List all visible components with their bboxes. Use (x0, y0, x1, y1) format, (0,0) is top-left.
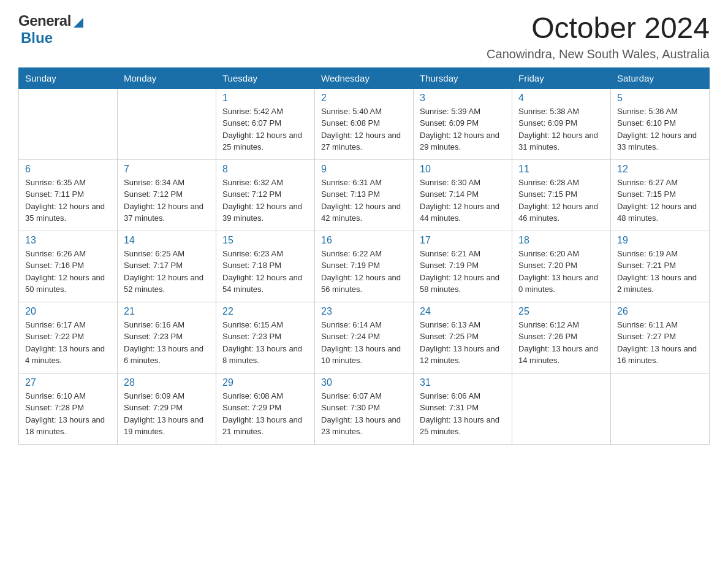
day-info: Sunrise: 6:20 AMSunset: 7:20 PMDaylight:… (518, 248, 604, 296)
day-number: 18 (518, 235, 604, 246)
day-number: 16 (321, 235, 407, 246)
logo: General Blue (18, 12, 83, 47)
day-info: Sunrise: 6:35 AMSunset: 7:11 PMDaylight:… (25, 177, 111, 224)
calendar-week-row: 20Sunrise: 6:17 AMSunset: 7:22 PMDayligh… (19, 302, 710, 373)
day-info: Sunrise: 6:12 AMSunset: 7:26 PMDaylight:… (518, 319, 604, 367)
table-row: 19Sunrise: 6:19 AMSunset: 7:21 PMDayligh… (611, 231, 710, 302)
table-row: 28Sunrise: 6:09 AMSunset: 7:29 PMDayligh… (118, 373, 216, 444)
day-info: Sunrise: 6:23 AMSunset: 7:18 PMDaylight:… (222, 248, 308, 296)
day-number: 1 (222, 93, 308, 104)
day-info: Sunrise: 6:17 AMSunset: 7:22 PMDaylight:… (25, 319, 111, 367)
day-number: 30 (321, 377, 407, 388)
logo-blue-text: Blue (21, 29, 53, 47)
table-row: 4Sunrise: 5:38 AMSunset: 6:09 PMDaylight… (512, 88, 611, 159)
table-row: 26Sunrise: 6:11 AMSunset: 7:27 PMDayligh… (611, 302, 710, 373)
table-row: 23Sunrise: 6:14 AMSunset: 7:24 PMDayligh… (315, 302, 414, 373)
table-row: 11Sunrise: 6:28 AMSunset: 7:15 PMDayligh… (512, 159, 611, 231)
table-row: 21Sunrise: 6:16 AMSunset: 7:23 PMDayligh… (118, 302, 216, 373)
day-number: 25 (518, 306, 604, 317)
header-thursday: Thursday (414, 67, 512, 88)
day-info: Sunrise: 6:15 AMSunset: 7:23 PMDaylight:… (222, 319, 308, 367)
table-row: 30Sunrise: 6:07 AMSunset: 7:30 PMDayligh… (315, 373, 414, 444)
day-info: Sunrise: 6:08 AMSunset: 7:29 PMDaylight:… (222, 390, 308, 438)
day-number: 26 (617, 306, 703, 317)
table-row: 27Sunrise: 6:10 AMSunset: 7:28 PMDayligh… (19, 373, 118, 444)
logo-triangle-icon (74, 18, 83, 28)
day-info: Sunrise: 5:42 AMSunset: 6:07 PMDaylight:… (222, 105, 308, 153)
header-monday: Monday (118, 67, 216, 88)
table-row: 1Sunrise: 5:42 AMSunset: 6:07 PMDaylight… (216, 88, 315, 159)
day-number: 20 (25, 306, 111, 317)
day-number: 21 (124, 306, 210, 317)
table-row (512, 373, 611, 444)
header-sunday: Sunday (19, 67, 118, 88)
title-section: October 2024 Canowindra, New South Wales… (487, 12, 710, 61)
table-row: 5Sunrise: 5:36 AMSunset: 6:10 PMDaylight… (611, 88, 710, 159)
day-info: Sunrise: 6:07 AMSunset: 7:30 PMDaylight:… (321, 390, 407, 438)
table-row: 7Sunrise: 6:34 AMSunset: 7:12 PMDaylight… (118, 159, 216, 231)
day-number: 11 (518, 164, 604, 175)
day-info: Sunrise: 5:39 AMSunset: 6:09 PMDaylight:… (420, 105, 506, 153)
day-info: Sunrise: 6:32 AMSunset: 7:12 PMDaylight:… (222, 177, 308, 224)
day-number: 14 (124, 235, 210, 246)
table-row: 22Sunrise: 6:15 AMSunset: 7:23 PMDayligh… (216, 302, 315, 373)
logo-general-text: General (18, 12, 71, 29)
table-row: 12Sunrise: 6:27 AMSunset: 7:15 PMDayligh… (611, 159, 710, 231)
table-row: 17Sunrise: 6:21 AMSunset: 7:19 PMDayligh… (414, 231, 512, 302)
day-number: 19 (617, 235, 703, 246)
header-friday: Friday (512, 67, 611, 88)
day-number: 22 (222, 306, 308, 317)
day-number: 6 (25, 164, 111, 175)
day-number: 17 (420, 235, 506, 246)
day-number: 23 (321, 306, 407, 317)
header-wednesday: Wednesday (315, 67, 414, 88)
month-title: October 2024 (487, 12, 710, 45)
table-row: 20Sunrise: 6:17 AMSunset: 7:22 PMDayligh… (19, 302, 118, 373)
day-info: Sunrise: 6:16 AMSunset: 7:23 PMDaylight:… (124, 319, 210, 367)
table-row: 2Sunrise: 5:40 AMSunset: 6:08 PMDaylight… (315, 88, 414, 159)
day-number: 24 (420, 306, 506, 317)
day-info: Sunrise: 6:14 AMSunset: 7:24 PMDaylight:… (321, 319, 407, 367)
day-info: Sunrise: 6:21 AMSunset: 7:19 PMDaylight:… (420, 248, 506, 296)
table-row: 29Sunrise: 6:08 AMSunset: 7:29 PMDayligh… (216, 373, 315, 444)
calendar-week-row: 13Sunrise: 6:26 AMSunset: 7:16 PMDayligh… (19, 231, 710, 302)
table-row: 15Sunrise: 6:23 AMSunset: 7:18 PMDayligh… (216, 231, 315, 302)
day-info: Sunrise: 6:11 AMSunset: 7:27 PMDaylight:… (617, 319, 703, 367)
day-number: 13 (25, 235, 111, 246)
calendar-week-row: 27Sunrise: 6:10 AMSunset: 7:28 PMDayligh… (19, 373, 710, 444)
day-info: Sunrise: 6:26 AMSunset: 7:16 PMDaylight:… (25, 248, 111, 296)
day-info: Sunrise: 6:22 AMSunset: 7:19 PMDaylight:… (321, 248, 407, 296)
page-header: General Blue October 2024 Canowindra, Ne… (18, 12, 710, 61)
table-row: 10Sunrise: 6:30 AMSunset: 7:14 PMDayligh… (414, 159, 512, 231)
table-row (118, 88, 216, 159)
calendar-table: Sunday Monday Tuesday Wednesday Thursday… (18, 67, 710, 445)
table-row: 16Sunrise: 6:22 AMSunset: 7:19 PMDayligh… (315, 231, 414, 302)
day-number: 7 (124, 164, 210, 175)
day-info: Sunrise: 6:27 AMSunset: 7:15 PMDaylight:… (617, 177, 703, 224)
table-row: 25Sunrise: 6:12 AMSunset: 7:26 PMDayligh… (512, 302, 611, 373)
table-row: 8Sunrise: 6:32 AMSunset: 7:12 PMDaylight… (216, 159, 315, 231)
day-info: Sunrise: 6:28 AMSunset: 7:15 PMDaylight:… (518, 177, 604, 224)
day-number: 4 (518, 93, 604, 104)
day-number: 2 (321, 93, 407, 104)
table-row: 6Sunrise: 6:35 AMSunset: 7:11 PMDaylight… (19, 159, 118, 231)
calendar-week-row: 6Sunrise: 6:35 AMSunset: 7:11 PMDaylight… (19, 159, 710, 231)
day-info: Sunrise: 6:30 AMSunset: 7:14 PMDaylight:… (420, 177, 506, 224)
day-info: Sunrise: 6:34 AMSunset: 7:12 PMDaylight:… (124, 177, 210, 224)
day-info: Sunrise: 6:13 AMSunset: 7:25 PMDaylight:… (420, 319, 506, 367)
day-info: Sunrise: 6:25 AMSunset: 7:17 PMDaylight:… (124, 248, 210, 296)
day-number: 15 (222, 235, 308, 246)
table-row: 14Sunrise: 6:25 AMSunset: 7:17 PMDayligh… (118, 231, 216, 302)
table-row: 13Sunrise: 6:26 AMSunset: 7:16 PMDayligh… (19, 231, 118, 302)
table-row (19, 88, 118, 159)
calendar-header-row: Sunday Monday Tuesday Wednesday Thursday… (19, 67, 710, 88)
day-info: Sunrise: 6:19 AMSunset: 7:21 PMDaylight:… (617, 248, 703, 296)
day-number: 10 (420, 164, 506, 175)
day-number: 5 (617, 93, 703, 104)
day-number: 29 (222, 377, 308, 388)
table-row: 18Sunrise: 6:20 AMSunset: 7:20 PMDayligh… (512, 231, 611, 302)
day-number: 9 (321, 164, 407, 175)
table-row: 31Sunrise: 6:06 AMSunset: 7:31 PMDayligh… (414, 373, 512, 444)
day-number: 3 (420, 93, 506, 104)
table-row: 24Sunrise: 6:13 AMSunset: 7:25 PMDayligh… (414, 302, 512, 373)
